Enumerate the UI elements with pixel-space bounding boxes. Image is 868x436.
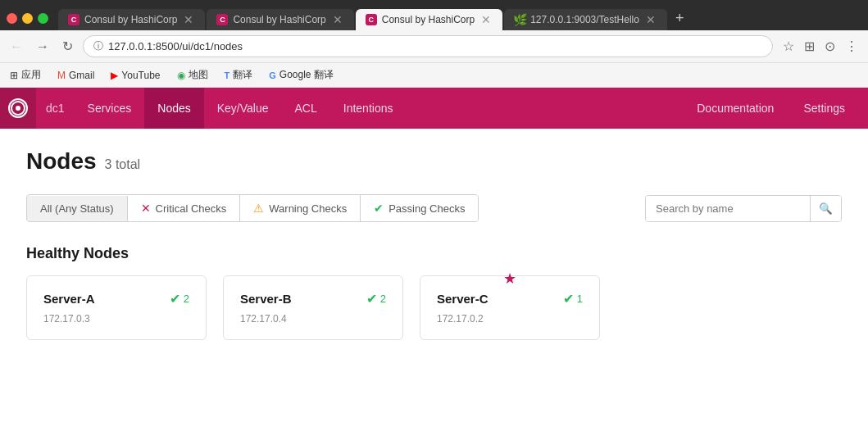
node-card-header-c: Server-C ✔ 1: [437, 291, 583, 307]
filter-all-button[interactable]: All (Any Status): [27, 196, 128, 221]
consul-logo-icon: [8, 98, 28, 118]
forward-button[interactable]: →: [33, 38, 52, 56]
check-icon-c: ✔: [563, 291, 574, 307]
filter-bar: All (Any Status) ✕ Critical Checks ⚠ War…: [26, 194, 842, 222]
consul-logo[interactable]: [0, 88, 36, 129]
node-checks-a: ✔ 2: [170, 291, 189, 307]
filter-critical-button[interactable]: ✕ Critical Checks: [128, 195, 241, 221]
node-card-header-b: Server-B ✔ 2: [240, 291, 386, 307]
search-input[interactable]: [646, 196, 810, 221]
maps-icon: ◉: [177, 70, 185, 81]
bookmark-google-translate-label: Google 翻译: [279, 68, 334, 82]
check-icon-b: ✔: [366, 291, 377, 307]
browser-tab-2[interactable]: C Consul by HashiCorp ✕: [207, 9, 353, 30]
tab-close-3[interactable]: ✕: [479, 14, 493, 25]
tab-title-3: Consul by HashiCorp: [382, 14, 475, 25]
page-header: Nodes 3 total: [26, 148, 842, 175]
profile-button[interactable]: ⊙: [821, 35, 838, 57]
lock-icon: ⓘ: [93, 39, 103, 53]
page-content: Nodes 3 total All (Any Status) ✕ Critica…: [0, 129, 868, 436]
nav-items: Services Nodes Key/Value ACL Intentions: [75, 88, 684, 129]
maximize-button[interactable]: [38, 13, 48, 24]
browser-tab-1[interactable]: C Consul by HashiCorp ✕: [58, 9, 205, 30]
tab-favicon-1: C: [68, 14, 80, 25]
consul-navbar: dc1 Services Nodes Key/Value ACL Intenti…: [0, 88, 868, 129]
address-text: 127.0.0.1:8500/ui/dc1/nodes: [108, 40, 762, 52]
tab-favicon-3: C: [366, 14, 377, 25]
traffic-lights: [7, 13, 48, 24]
browser-tabs: C Consul by HashiCorp ✕ C Consul by Hash…: [58, 7, 861, 30]
close-button[interactable]: [7, 13, 17, 24]
tab-favicon-4: 🌿: [514, 14, 525, 25]
filter-buttons: All (Any Status) ✕ Critical Checks ⚠ War…: [26, 194, 479, 222]
nav-item-intentions[interactable]: Intentions: [330, 88, 407, 129]
tab-title-4: 127.0.0.1:9003/TestHello: [530, 14, 639, 25]
node-ip-c: 172.17.0.2: [437, 313, 583, 325]
search-container: 🔍: [645, 195, 842, 222]
healthy-nodes-section: Healthy Nodes Server-A ✔ 2 172.17.0.3: [26, 245, 842, 340]
node-card-server-c[interactable]: ★ Server-C ✔ 1 172.17.0.2: [420, 275, 600, 340]
youtube-icon: ▶: [111, 70, 118, 81]
translate-icon: T: [225, 70, 230, 80]
nav-item-acl[interactable]: ACL: [282, 88, 330, 129]
bookmark-translate[interactable]: T 翻译: [221, 66, 257, 84]
app-content: dc1 Services Nodes Key/Value ACL Intenti…: [0, 88, 868, 436]
tab-title-2: Consul by HashiCorp: [233, 14, 325, 25]
browser-chrome: C Consul by HashiCorp ✕ C Consul by Hash…: [0, 0, 868, 436]
nav-right: Documentation Settings: [684, 88, 858, 129]
filter-warning-button[interactable]: ⚠ Warning Checks: [240, 195, 361, 221]
node-cards: Server-A ✔ 2 172.17.0.3 Server-B: [26, 275, 842, 340]
tab-close-4[interactable]: ✕: [644, 14, 657, 25]
node-name-b: Server-B: [240, 292, 292, 306]
nav-item-keyvalue[interactable]: Key/Value: [204, 88, 282, 129]
node-checks-c: ✔ 1: [563, 291, 583, 307]
node-name-a: Server-A: [43, 292, 95, 306]
search-button[interactable]: 🔍: [810, 196, 841, 221]
page-title-count: 3 total: [105, 157, 141, 172]
critical-icon: ✕: [141, 202, 151, 215]
bookmark-apps-label: 应用: [21, 68, 41, 82]
nav-item-nodes[interactable]: Nodes: [144, 88, 203, 129]
bookmark-maps-label: 地图: [189, 68, 208, 82]
passing-icon: ✔: [374, 202, 384, 215]
node-star-c: ★: [503, 270, 516, 288]
search-icon: 🔍: [819, 202, 833, 215]
browser-tab-4[interactable]: 🌿 127.0.0.1:9003/TestHello ✕: [504, 9, 667, 30]
bookmark-button[interactable]: ☆: [779, 35, 798, 57]
back-button[interactable]: ←: [7, 38, 26, 56]
node-card-server-b[interactable]: Server-B ✔ 2 172.17.0.4: [223, 275, 403, 340]
address-bar[interactable]: ⓘ 127.0.0.1:8500/ui/dc1/nodes: [83, 35, 773, 57]
svg-point-1: [16, 106, 20, 111]
menu-button[interactable]: ⋮: [842, 35, 861, 57]
bookmark-youtube-label: YouTube: [121, 70, 160, 81]
filter-passing-button[interactable]: ✔ Passing Checks: [361, 195, 478, 221]
bookmark-translate-label: 翻译: [233, 68, 252, 82]
warning-icon: ⚠: [253, 202, 264, 215]
page-title: Nodes 3 total: [26, 148, 842, 175]
bookmark-youtube[interactable]: ▶ YouTube: [107, 68, 163, 83]
nav-datacenter[interactable]: dc1: [36, 102, 75, 115]
tab-close-1[interactable]: ✕: [182, 14, 195, 25]
tab-close-2[interactable]: ✕: [331, 14, 344, 25]
google-translate-icon: G: [269, 70, 276, 80]
bookmark-gmail[interactable]: M Gmail: [54, 68, 98, 83]
nav-item-services[interactable]: Services: [75, 88, 145, 129]
minimize-button[interactable]: [22, 13, 33, 24]
node-ip-b: 172.17.0.4: [240, 313, 386, 325]
node-checks-b: ✔ 2: [366, 291, 386, 307]
browser-tab-3[interactable]: C Consul by HashiCorp ✕: [356, 9, 502, 30]
bookmark-maps[interactable]: ◉ 地图: [174, 66, 211, 84]
toolbar-actions: ☆ ⊞ ⊙ ⋮: [779, 35, 861, 57]
bookmark-google-translate[interactable]: G Google 翻译: [266, 66, 337, 84]
browser-title-bar: C Consul by HashiCorp ✕ C Consul by Hash…: [0, 0, 868, 30]
nav-documentation[interactable]: Documentation: [684, 88, 787, 129]
bookmark-apps[interactable]: ⊞ 应用: [7, 66, 44, 84]
new-tab-button[interactable]: +: [669, 7, 691, 30]
reload-button[interactable]: ↻: [59, 37, 76, 56]
extensions-button[interactable]: ⊞: [801, 35, 818, 57]
nav-settings[interactable]: Settings: [790, 88, 858, 129]
node-card-server-a[interactable]: Server-A ✔ 2 172.17.0.3: [26, 275, 207, 340]
node-name-c: Server-C: [437, 292, 489, 306]
healthy-nodes-title: Healthy Nodes: [26, 245, 842, 262]
gmail-icon: M: [57, 70, 66, 81]
